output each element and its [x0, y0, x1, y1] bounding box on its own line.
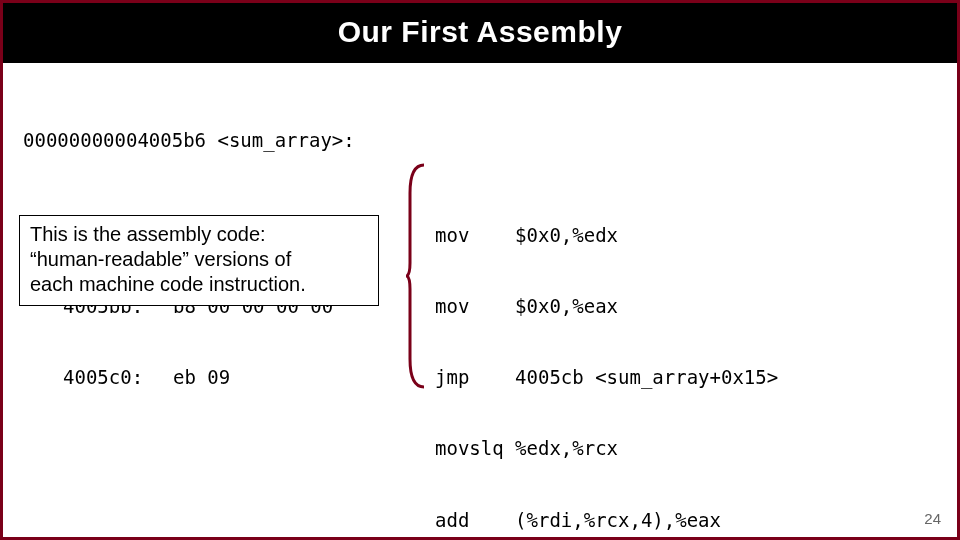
- asm-cell: mov $0x0,%edx: [393, 224, 937, 248]
- addr-cell: [23, 509, 173, 533]
- asm-cell: mov $0x0,%eax: [393, 295, 937, 319]
- hex-cell: eb 09: [173, 366, 393, 390]
- callout-line: This is the assembly code:: [30, 222, 368, 247]
- bracket-icon: [406, 163, 426, 389]
- addr-cell: [23, 437, 173, 461]
- callout-box: This is the assembly code: “human-readab…: [19, 215, 379, 306]
- asm-cell: jmp 4005cb <sum_array+0x15>: [393, 366, 937, 390]
- callout-line: “human-readable” versions of: [30, 247, 368, 272]
- disasm-row: 4005c0: eb 09 jmp 4005cb <sum_array+0x15…: [23, 366, 937, 390]
- asm-cell: movslq %edx,%rcx: [393, 437, 937, 461]
- hex-cell: [173, 437, 393, 461]
- slide: Our First Assembly 00000000004005b6 <sum…: [0, 0, 960, 540]
- page-number: 24: [924, 510, 941, 527]
- disasm-row: movslq %edx,%rcx: [23, 437, 937, 461]
- disassembly-block: 00000000004005b6 <sum_array>: 4005b6: ba…: [23, 81, 937, 540]
- title-bar: Our First Assembly: [3, 3, 957, 63]
- slide-title: Our First Assembly: [338, 15, 623, 48]
- asm-cell: add (%rdi,%rcx,4),%eax: [393, 509, 937, 533]
- callout-line: each machine code instruction.: [30, 272, 368, 297]
- content-area: 00000000004005b6 <sum_array>: 4005b6: ba…: [3, 63, 957, 540]
- hex-cell: [173, 509, 393, 533]
- addr-cell: 4005c0:: [23, 366, 173, 390]
- disasm-header: 00000000004005b6 <sum_array>:: [23, 129, 937, 153]
- disasm-row: add (%rdi,%rcx,4),%eax: [23, 509, 937, 533]
